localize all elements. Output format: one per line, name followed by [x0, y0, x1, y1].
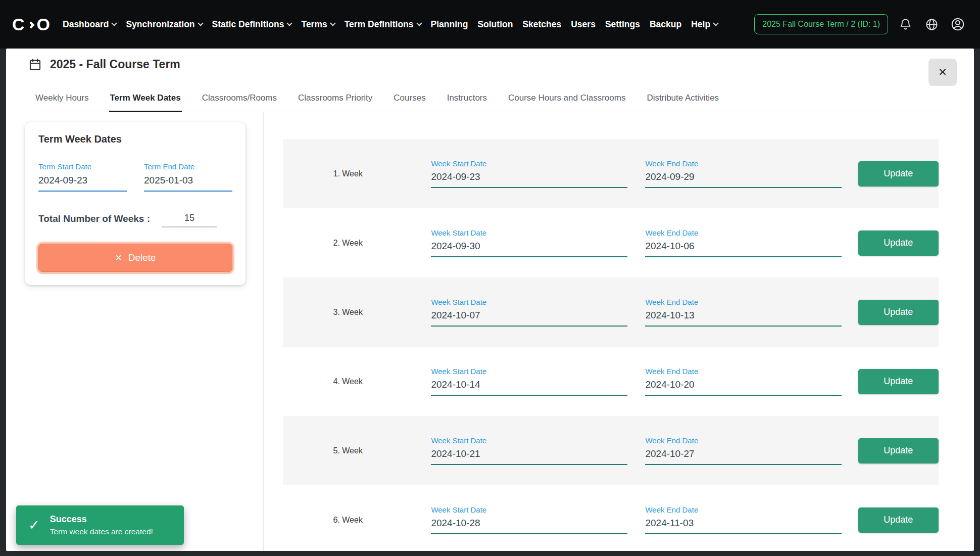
- week-list: 1. Week Week Start Date 2024-09-23 Week …: [283, 139, 939, 551]
- close-button[interactable]: ✕: [928, 59, 957, 86]
- week-start-date-input[interactable]: 2024-09-23: [431, 171, 627, 188]
- term-detail-card: 2025 - Fall Course Term ✕ Weekly Hours T…: [6, 49, 974, 551]
- week-start-date-input[interactable]: 2024-10-21: [431, 448, 627, 465]
- user-account-icon[interactable]: [948, 14, 968, 34]
- week-row: 6. Week Week Start Date 2024-10-28 Week …: [283, 485, 939, 551]
- app-logo[interactable]: C O: [12, 15, 51, 34]
- week-number-label: 3. Week: [283, 308, 413, 317]
- week-start-field: Week Start Date 2024-09-30: [431, 228, 627, 257]
- tab-bar: Weekly Hours Term Week Dates Classrooms/…: [34, 87, 954, 112]
- week-start-date-input[interactable]: 2024-10-28: [431, 518, 627, 534]
- week-end-field: Week End Date 2024-10-27: [645, 436, 841, 465]
- tab-courses[interactable]: Courses: [393, 87, 426, 112]
- nav-menu-item-label: Planning: [431, 19, 468, 30]
- tab-label: Classrooms Priority: [298, 93, 372, 103]
- week-end-date-label: Week End Date: [645, 159, 841, 168]
- chevron-down-icon: [287, 20, 292, 26]
- term-date-fields: Term Start Date 2024-09-23 Term End Date…: [38, 162, 232, 192]
- week-end-field: Week End Date 2024-09-29: [645, 159, 841, 188]
- nav-menu-item-label: Users: [571, 19, 596, 30]
- week-start-date-input[interactable]: 2024-10-07: [431, 310, 627, 327]
- chevron-down-icon: [330, 20, 335, 26]
- week-row: 5. Week Week Start Date 2024-10-21 Week …: [283, 416, 939, 485]
- week-end-date-input[interactable]: 2024-09-29: [645, 171, 841, 188]
- delete-x-icon: ✕: [115, 253, 122, 263]
- chevron-down-icon: [416, 20, 422, 26]
- nav-item-help[interactable]: Help: [691, 19, 718, 30]
- navbar-icon-group: [895, 14, 968, 34]
- nav-item-terms[interactable]: Terms: [301, 19, 334, 30]
- nav-menu-item-label: Terms: [301, 19, 327, 30]
- nav-item-static-definitions[interactable]: Static Definitions: [212, 19, 292, 30]
- tab-classrooms-priority[interactable]: Classrooms Priority: [297, 87, 373, 112]
- update-button[interactable]: Update: [858, 161, 939, 187]
- update-button[interactable]: Update: [858, 300, 939, 325]
- tab-classrooms-rooms[interactable]: Classrooms/Rooms: [201, 87, 278, 112]
- week-end-date-input[interactable]: 2024-10-27: [645, 448, 841, 465]
- notifications-bell-icon[interactable]: [895, 14, 915, 34]
- success-toast: ✓ Success Term week dates are created!: [16, 505, 184, 545]
- nav-item-dashboard[interactable]: Dashboard: [63, 19, 116, 30]
- week-start-date-input[interactable]: 2024-10-14: [431, 379, 627, 396]
- tab-label: Instructors: [447, 93, 487, 103]
- week-end-date-label: Week End Date: [645, 367, 841, 376]
- week-row: 4. Week Week Start Date 2024-10-14 Week …: [283, 347, 939, 416]
- tab-term-week-dates[interactable]: Term Week Dates: [109, 87, 182, 112]
- week-end-date-input[interactable]: 2024-11-03: [645, 518, 841, 534]
- nav-item-term-definitions[interactable]: Term Definitions: [345, 19, 421, 30]
- week-end-date-input[interactable]: 2024-10-20: [645, 379, 841, 396]
- total-weeks-row: Total Number of Weeks : 15: [38, 213, 232, 227]
- nav-item-users[interactable]: Users: [571, 19, 596, 30]
- week-start-date-label: Week Start Date: [431, 367, 627, 376]
- tab-distribute-activities[interactable]: Distribute Activities: [646, 87, 720, 112]
- week-start-date-label: Week Start Date: [431, 436, 627, 445]
- nav-item-synchronization[interactable]: Synchronization: [126, 19, 202, 30]
- tab-weekly-hours[interactable]: Weekly Hours: [34, 87, 90, 112]
- tab-instructors[interactable]: Instructors: [446, 87, 488, 112]
- nav-item-sketches[interactable]: Sketches: [522, 19, 561, 30]
- toast-body: Success Term week dates are created!: [50, 514, 153, 536]
- term-start-date-input[interactable]: 2024-09-23: [38, 175, 127, 192]
- week-end-date-input[interactable]: 2024-10-13: [645, 310, 841, 327]
- term-week-dates-panel: Term Week Dates Term Start Date 2024-09-…: [25, 122, 246, 285]
- week-end-field: Week End Date 2024-10-06: [645, 228, 841, 257]
- term-end-date-field: Term End Date 2025-01-03: [144, 162, 232, 192]
- week-row: 1. Week Week Start Date 2024-09-23 Week …: [283, 139, 939, 208]
- tab-label: Weekly Hours: [35, 93, 89, 103]
- week-start-field: Week Start Date 2024-10-07: [431, 298, 627, 327]
- nav-item-backup[interactable]: Backup: [650, 19, 681, 30]
- nav-menu: Dashboard Synchronization Static Definit…: [63, 19, 718, 30]
- nav-item-settings[interactable]: Settings: [605, 19, 640, 30]
- update-button[interactable]: Update: [858, 438, 939, 464]
- week-start-date-label: Week Start Date: [431, 298, 627, 306]
- delete-button[interactable]: ✕ Delete: [38, 244, 232, 272]
- week-end-field: Week End Date 2024-10-20: [645, 367, 841, 396]
- card-header: 2025 - Fall Course Term: [28, 58, 180, 71]
- week-start-field: Week Start Date 2024-10-28: [431, 505, 627, 534]
- week-number-label: 6. Week: [283, 516, 413, 525]
- tab-course-hours-and-classrooms[interactable]: Course Hours and Classrooms: [507, 87, 626, 112]
- delete-button-label: Delete: [128, 252, 156, 263]
- update-button[interactable]: Update: [858, 369, 939, 394]
- update-button[interactable]: Update: [858, 230, 939, 256]
- total-weeks-input[interactable]: 15: [162, 213, 217, 227]
- nav-menu-item-label: Help: [691, 19, 710, 30]
- week-end-date-label: Week End Date: [645, 436, 841, 445]
- nav-item-solution[interactable]: Solution: [477, 19, 513, 30]
- term-end-date-label: Term End Date: [144, 162, 232, 171]
- active-term-badge[interactable]: 2025 Fall Course Term / 2 (ID: 1): [754, 14, 888, 34]
- week-row: 3. Week Week Start Date 2024-10-07 Week …: [283, 277, 939, 347]
- logo-chevron-icon: [27, 21, 35, 29]
- term-start-date-label: Term Start Date: [38, 162, 127, 171]
- nav-item-planning[interactable]: Planning: [431, 19, 468, 30]
- language-globe-icon[interactable]: [921, 14, 942, 34]
- top-navbar: C O Dashboard Synchronization Static Def…: [0, 0, 980, 49]
- week-start-date-input[interactable]: 2024-09-30: [431, 241, 627, 257]
- week-number-label: 1. Week: [283, 169, 413, 178]
- calendar-icon: [28, 58, 42, 71]
- update-button[interactable]: Update: [858, 507, 939, 533]
- week-end-date-input[interactable]: 2024-10-06: [645, 241, 841, 257]
- nav-menu-item-label: Term Definitions: [345, 19, 414, 30]
- nav-menu-item-label: Dashboard: [63, 19, 109, 30]
- term-end-date-input[interactable]: 2025-01-03: [144, 175, 232, 192]
